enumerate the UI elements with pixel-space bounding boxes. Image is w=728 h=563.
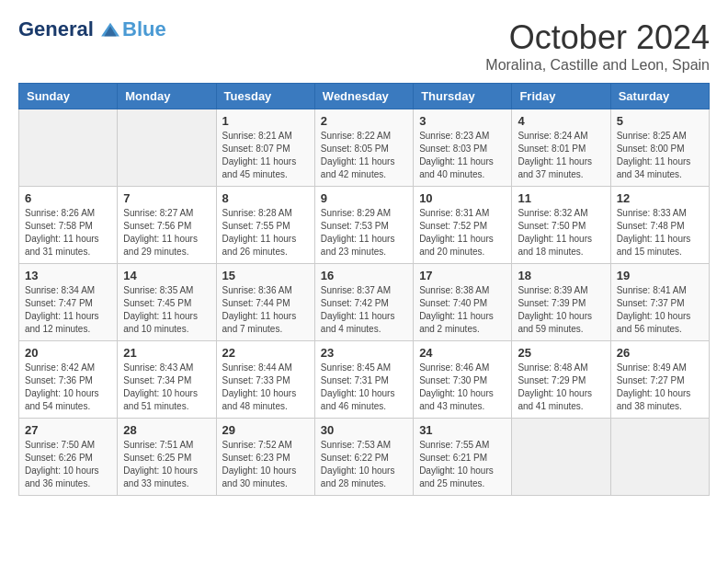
day-cell: 20Sunrise: 8:42 AM Sunset: 7:36 PM Dayli… [19, 341, 118, 419]
day-cell: 12Sunrise: 8:33 AM Sunset: 7:48 PM Dayli… [610, 187, 709, 264]
day-number: 22 [222, 346, 309, 360]
day-number: 9 [321, 191, 407, 205]
logo-text: General [18, 18, 120, 40]
title-area: October 2024 Moralina, Castille and Leon… [485, 18, 710, 74]
day-number: 8 [222, 191, 309, 205]
logo-icon [100, 20, 120, 40]
header-row: SundayMondayTuesdayWednesdayThursdayFrid… [19, 84, 710, 109]
day-info: Sunrise: 8:49 AM Sunset: 7:27 PM Dayligh… [617, 362, 703, 413]
day-number: 24 [419, 346, 506, 360]
day-cell: 30Sunrise: 7:53 AM Sunset: 6:22 PM Dayli… [314, 419, 413, 496]
day-number: 11 [518, 191, 604, 205]
day-info: Sunrise: 7:53 AM Sunset: 6:22 PM Dayligh… [321, 439, 407, 490]
day-info: Sunrise: 7:51 AM Sunset: 6:25 PM Dayligh… [123, 439, 210, 490]
day-number: 27 [25, 423, 111, 437]
day-cell: 26Sunrise: 8:49 AM Sunset: 7:27 PM Dayli… [610, 341, 709, 419]
header: General Blue October 2024 Moralina, Cast… [18, 18, 710, 74]
day-cell: 18Sunrise: 8:39 AM Sunset: 7:39 PM Dayli… [512, 264, 610, 341]
day-number: 20 [25, 346, 111, 360]
day-info: Sunrise: 8:28 AM Sunset: 7:55 PM Dayligh… [222, 207, 309, 259]
day-cell: 22Sunrise: 8:44 AM Sunset: 7:33 PM Dayli… [216, 341, 314, 419]
day-info: Sunrise: 8:22 AM Sunset: 8:05 PM Dayligh… [321, 130, 407, 181]
day-info: Sunrise: 8:37 AM Sunset: 7:42 PM Dayligh… [321, 284, 407, 336]
day-info: Sunrise: 8:21 AM Sunset: 8:07 PM Dayligh… [222, 130, 309, 181]
day-number: 23 [321, 346, 407, 360]
day-info: Sunrise: 8:39 AM Sunset: 7:39 PM Dayligh… [518, 284, 604, 336]
day-cell: 7Sunrise: 8:27 AM Sunset: 7:56 PM Daylig… [118, 187, 216, 264]
day-cell: 4Sunrise: 8:24 AM Sunset: 8:01 PM Daylig… [512, 109, 610, 187]
day-number: 12 [617, 191, 703, 205]
calendar-body: 1Sunrise: 8:21 AM Sunset: 8:07 PM Daylig… [19, 109, 710, 496]
month-title: October 2024 [485, 18, 710, 57]
day-cell: 3Sunrise: 8:23 AM Sunset: 8:03 PM Daylig… [414, 109, 512, 187]
day-info: Sunrise: 8:46 AM Sunset: 7:30 PM Dayligh… [419, 362, 506, 413]
calendar-table: SundayMondayTuesdayWednesdayThursdayFrid… [18, 83, 710, 496]
day-cell: 5Sunrise: 8:25 AM Sunset: 8:00 PM Daylig… [610, 109, 709, 187]
day-number: 31 [419, 423, 506, 437]
week-row-5: 27Sunrise: 7:50 AM Sunset: 6:26 PM Dayli… [19, 419, 710, 496]
day-cell [118, 109, 216, 187]
day-number: 16 [321, 269, 407, 282]
day-info: Sunrise: 7:50 AM Sunset: 6:26 PM Dayligh… [25, 439, 111, 490]
day-cell: 28Sunrise: 7:51 AM Sunset: 6:25 PM Dayli… [118, 419, 216, 496]
day-number: 25 [518, 346, 604, 360]
calendar-header: SundayMondayTuesdayWednesdayThursdayFrid… [19, 84, 710, 109]
day-cell: 6Sunrise: 8:26 AM Sunset: 7:58 PM Daylig… [19, 187, 118, 264]
day-info: Sunrise: 8:44 AM Sunset: 7:33 PM Dayligh… [222, 362, 309, 413]
day-cell: 11Sunrise: 8:32 AM Sunset: 7:50 PM Dayli… [512, 187, 610, 264]
day-number: 15 [222, 269, 309, 282]
header-cell-tuesday: Tuesday [216, 84, 314, 109]
header-cell-wednesday: Wednesday [314, 84, 413, 109]
week-row-4: 20Sunrise: 8:42 AM Sunset: 7:36 PM Dayli… [19, 341, 710, 419]
day-number: 5 [617, 114, 703, 128]
day-number: 13 [25, 269, 111, 282]
day-info: Sunrise: 7:52 AM Sunset: 6:23 PM Dayligh… [222, 439, 309, 490]
day-number: 19 [617, 269, 703, 282]
day-info: Sunrise: 8:24 AM Sunset: 8:01 PM Dayligh… [518, 130, 604, 181]
day-cell: 2Sunrise: 8:22 AM Sunset: 8:05 PM Daylig… [314, 109, 413, 187]
day-info: Sunrise: 8:36 AM Sunset: 7:44 PM Dayligh… [222, 284, 309, 336]
day-cell: 9Sunrise: 8:29 AM Sunset: 7:53 PM Daylig… [314, 187, 413, 264]
day-info: Sunrise: 8:26 AM Sunset: 7:58 PM Dayligh… [25, 207, 111, 259]
day-info: Sunrise: 8:42 AM Sunset: 7:36 PM Dayligh… [25, 362, 111, 413]
week-row-3: 13Sunrise: 8:34 AM Sunset: 7:47 PM Dayli… [19, 264, 710, 341]
day-number: 10 [419, 191, 506, 205]
day-cell: 8Sunrise: 8:28 AM Sunset: 7:55 PM Daylig… [216, 187, 314, 264]
day-info: Sunrise: 8:43 AM Sunset: 7:34 PM Dayligh… [123, 362, 210, 413]
day-info: Sunrise: 8:48 AM Sunset: 7:29 PM Dayligh… [518, 362, 604, 413]
header-cell-saturday: Saturday [610, 84, 709, 109]
day-info: Sunrise: 8:33 AM Sunset: 7:48 PM Dayligh… [617, 207, 703, 259]
day-number: 14 [123, 269, 210, 282]
day-number: 1 [222, 114, 309, 128]
day-number: 2 [321, 114, 407, 128]
day-info: Sunrise: 8:41 AM Sunset: 7:37 PM Dayligh… [617, 284, 703, 336]
day-info: Sunrise: 8:38 AM Sunset: 7:40 PM Dayligh… [419, 284, 506, 336]
week-row-1: 1Sunrise: 8:21 AM Sunset: 8:07 PM Daylig… [19, 109, 710, 187]
header-cell-friday: Friday [512, 84, 610, 109]
day-info: Sunrise: 8:25 AM Sunset: 8:00 PM Dayligh… [617, 130, 703, 181]
day-cell [610, 419, 709, 496]
day-number: 3 [419, 114, 506, 128]
day-cell: 23Sunrise: 8:45 AM Sunset: 7:31 PM Dayli… [314, 341, 413, 419]
location-title: Moralina, Castille and Leon, Spain [485, 57, 710, 74]
header-cell-monday: Monday [118, 84, 216, 109]
day-number: 18 [518, 269, 604, 282]
day-number: 30 [321, 423, 407, 437]
day-cell: 25Sunrise: 8:48 AM Sunset: 7:29 PM Dayli… [512, 341, 610, 419]
day-cell [19, 109, 118, 187]
day-cell: 24Sunrise: 8:46 AM Sunset: 7:30 PM Dayli… [414, 341, 512, 419]
day-cell [512, 419, 610, 496]
day-cell: 13Sunrise: 8:34 AM Sunset: 7:47 PM Dayli… [19, 264, 118, 341]
day-cell: 16Sunrise: 8:37 AM Sunset: 7:42 PM Dayli… [314, 264, 413, 341]
day-cell: 19Sunrise: 8:41 AM Sunset: 7:37 PM Dayli… [610, 264, 709, 341]
header-cell-sunday: Sunday [19, 84, 118, 109]
day-info: Sunrise: 8:34 AM Sunset: 7:47 PM Dayligh… [25, 284, 111, 336]
day-info: Sunrise: 7:55 AM Sunset: 6:21 PM Dayligh… [419, 439, 506, 490]
day-cell: 10Sunrise: 8:31 AM Sunset: 7:52 PM Dayli… [414, 187, 512, 264]
day-number: 4 [518, 114, 604, 128]
day-info: Sunrise: 8:35 AM Sunset: 7:45 PM Dayligh… [123, 284, 210, 336]
day-number: 28 [123, 423, 210, 437]
day-cell: 14Sunrise: 8:35 AM Sunset: 7:45 PM Dayli… [118, 264, 216, 341]
day-info: Sunrise: 8:45 AM Sunset: 7:31 PM Dayligh… [321, 362, 407, 413]
day-cell: 29Sunrise: 7:52 AM Sunset: 6:23 PM Dayli… [216, 419, 314, 496]
